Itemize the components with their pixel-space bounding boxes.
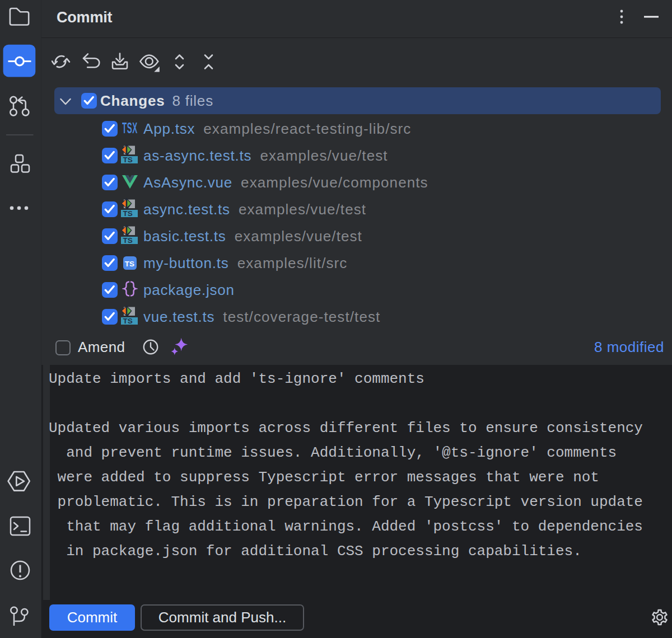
svg-text:TS: TS — [125, 259, 134, 268]
